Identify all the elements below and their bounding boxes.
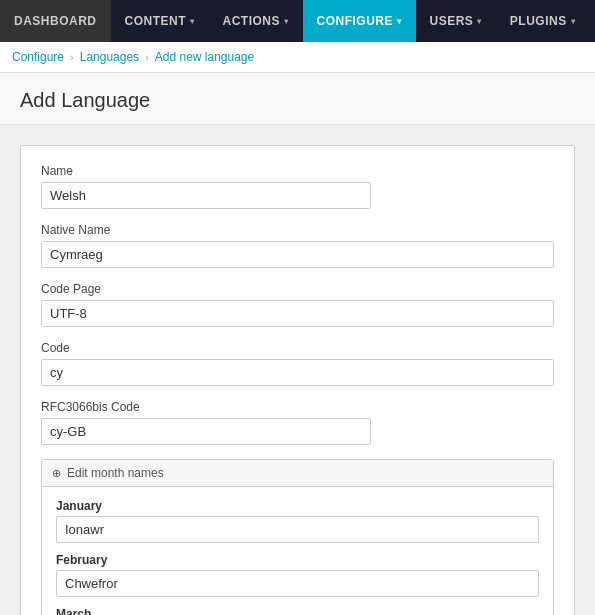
breadcrumb: Configure›Languages›Add new language	[0, 42, 595, 73]
page-title-area: Add Language	[0, 73, 595, 125]
code-input[interactable]	[41, 359, 554, 386]
month-group-2: March	[56, 607, 539, 615]
code-page-input[interactable]	[41, 300, 554, 327]
nav-label-dashboard: DASHBOARD	[14, 14, 97, 28]
month-names-body: JanuaryFebruaryMarch	[42, 487, 553, 615]
code-group: Code	[41, 341, 554, 386]
rfc-group: RFC3066bis Code	[41, 400, 554, 445]
rfc-input[interactable]	[41, 418, 371, 445]
nav-item-plugins[interactable]: PLUGINS▾	[496, 0, 589, 42]
month-label-1: February	[56, 553, 539, 567]
main-content: Name Native Name Code Page Code RFC3066b…	[0, 125, 595, 615]
rfc-label: RFC3066bis Code	[41, 400, 554, 414]
name-label: Name	[41, 164, 554, 178]
expand-icon: ⊕	[52, 467, 61, 480]
name-group: Name	[41, 164, 554, 209]
name-input[interactable]	[41, 182, 371, 209]
code-page-label: Code Page	[41, 282, 554, 296]
native-name-label: Native Name	[41, 223, 554, 237]
month-group-1: February	[56, 553, 539, 597]
month-input-0[interactable]	[56, 516, 539, 543]
page-title: Add Language	[20, 89, 575, 112]
nav-label-content: CONTENT	[125, 14, 187, 28]
nav-label-configure: CONFIGURE	[317, 14, 394, 28]
code-label: Code	[41, 341, 554, 355]
caret-icon-users: ▾	[477, 17, 482, 26]
nav-item-dashboard[interactable]: DASHBOARD	[0, 0, 111, 42]
nav-label-users: USERS	[430, 14, 474, 28]
nav-item-configure[interactable]: CONFIGURE▾	[303, 0, 416, 42]
nav-item-actions[interactable]: ACTIONS▾	[209, 0, 303, 42]
month-names-section: ⊕ Edit month names JanuaryFebruaryMarch	[41, 459, 554, 615]
month-input-1[interactable]	[56, 570, 539, 597]
native-name-group: Native Name	[41, 223, 554, 268]
month-label-2: March	[56, 607, 539, 615]
navbar: DASHBOARDCONTENT▾ACTIONS▾CONFIGURE▾USERS…	[0, 0, 595, 42]
breadcrumb-separator: ›	[70, 51, 74, 63]
month-names-toggle[interactable]: ⊕ Edit month names	[42, 460, 553, 487]
breadcrumb-item-0[interactable]: Configure	[12, 50, 64, 64]
caret-icon-plugins: ▾	[571, 17, 576, 26]
nav-label-actions: ACTIONS	[223, 14, 281, 28]
nav-item-content[interactable]: CONTENT▾	[111, 0, 209, 42]
native-name-input[interactable]	[41, 241, 554, 268]
month-label-0: January	[56, 499, 539, 513]
nav-label-plugins: PLUGINS	[510, 14, 567, 28]
caret-icon-actions: ▾	[284, 17, 289, 26]
breadcrumb-separator: ›	[145, 51, 149, 63]
nav-item-users[interactable]: USERS▾	[416, 0, 496, 42]
form-card: Name Native Name Code Page Code RFC3066b…	[20, 145, 575, 615]
breadcrumb-item-1[interactable]: Languages	[80, 50, 139, 64]
code-page-group: Code Page	[41, 282, 554, 327]
breadcrumb-item-2[interactable]: Add new language	[155, 50, 254, 64]
caret-icon-content: ▾	[190, 17, 195, 26]
month-group-0: January	[56, 499, 539, 543]
month-names-header-label: Edit month names	[67, 466, 164, 480]
caret-icon-configure: ▾	[397, 17, 402, 26]
